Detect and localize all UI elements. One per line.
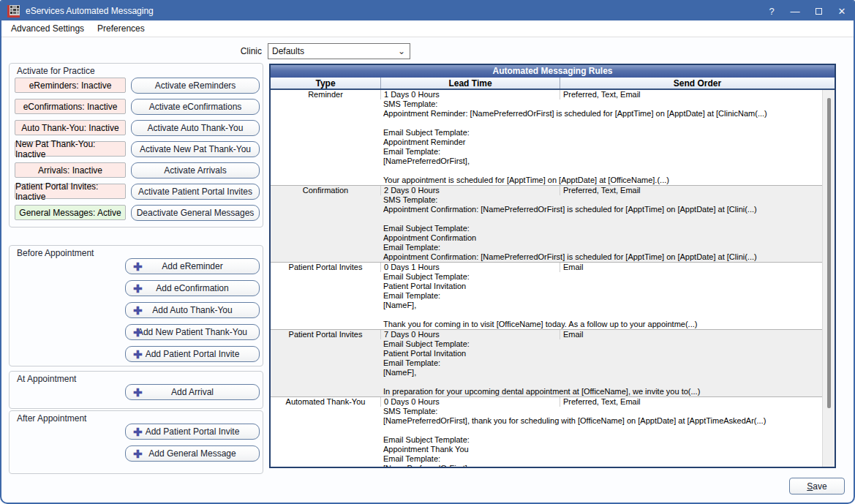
status-badge: eConfirmations: Inactive [15,99,126,114]
rule-template-line [383,426,822,435]
activate-toggle-button[interactable]: Activate eReminders [131,78,260,94]
rule-template-details: Email Subject Template:Patient Portal In… [271,272,822,329]
rule-row[interactable]: Confirmation 2 Days 0 Hours Preferred, T… [271,185,822,262]
rule-row[interactable]: Patient Portal Invites 0 Days 1 Hours Em… [271,262,822,329]
rule-template-line: Patient Portal Invitation [383,349,822,358]
activate-toggle-button[interactable]: Activate eConfirmations [131,99,260,115]
rule-type-cell: Confirmation [271,186,380,195]
rule-summary: Automated Thank-You 0 Days 0 Hours Prefe… [271,397,822,407]
rule-template-details: Email Subject Template:Patient Portal In… [271,339,822,396]
activate-toggle-button[interactable]: Activate Patient Portal Invites [131,184,260,200]
rule-template-line: Email Template: [383,147,822,157]
column-header-type: Type [271,78,380,89]
add-rule-button-label: Add eReminder [162,261,222,271]
rule-type-cell: Patient Portal Invites [271,263,380,272]
add-rule-button[interactable]: ✚ Add Auto Thank-You [125,302,260,318]
rule-template-line [383,214,822,224]
plus-icon: ✚ [133,448,143,459]
after-appointment-group: After Appointment ✚ Add Patient Portal I… [9,410,263,474]
plus-icon: ✚ [133,387,143,398]
rule-template-line: Email Template: [383,291,822,301]
clinic-label: Clinic [197,46,262,56]
add-rule-button[interactable]: ✚ Add New Patient Thank-You [125,324,260,340]
rule-template-line: In preparation for your upcoming dental … [383,387,822,396]
clinic-dropdown[interactable]: Defaults ⌄ [268,43,410,59]
rules-table-body: Reminder 1 Days 0 Hours Preferred, Text,… [271,90,822,467]
activate-row: New Pat Thank-You: Inactive Activate New… [15,141,260,157]
maximize-icon[interactable] [807,1,830,20]
status-badge: General Messages: Active [15,205,126,220]
rule-template-line: Thank you for coming in to visit [Office… [383,320,822,329]
activate-toggle-button[interactable]: Activate Arrivals [131,162,260,178]
rule-lead-time-cell: 0 Days 1 Hours [380,263,560,272]
save-button[interactable]: Save [789,478,845,494]
rule-template-line [383,166,822,176]
add-rule-button[interactable]: ✚ Add Arrival [125,384,260,400]
group-title: Activate for Practice [17,66,95,76]
group-title: Before Appointment [17,248,94,258]
add-rule-button[interactable]: ✚ Add Patient Portal Invite [125,424,260,440]
minimize-icon[interactable]: — [783,1,807,20]
group-title: After Appointment [17,413,86,424]
activate-row: eReminders: Inactive Activate eReminders [15,78,260,93]
status-badge: eReminders: Inactive [15,78,126,93]
add-rule-button[interactable]: ✚ Add General Message [125,445,260,462]
rule-template-line [383,310,822,320]
activate-row: Patient Portal Invites: Inactive Activat… [15,184,260,199]
vertical-scrollbar[interactable] [822,90,835,467]
rule-lead-time-cell: 2 Days 0 Hours [380,186,560,195]
rule-template-line: Appointment Reminder: [NamePreferredOrFi… [383,109,822,119]
add-rule-button[interactable]: ✚ Add Patient Portal Invite [125,346,260,362]
scrollbar-thumb[interactable] [827,98,831,408]
rule-template-line: Email Template: [383,454,822,464]
rule-template-line: Email Subject Template: [383,272,822,282]
rule-template-line: Appointment Confirmation: [NamePreferred… [383,205,822,214]
eservices-window: eServices Automated Messaging ? — ✕ Adva… [0,0,855,504]
activate-row: Auto Thank-You: Inactive Activate Auto T… [15,120,260,135]
save-label-rest: ave [813,481,826,492]
menu-preferences[interactable]: Preferences [97,23,145,34]
rule-row[interactable]: Automated Thank-You 0 Days 0 Hours Prefe… [271,396,822,467]
activate-for-practice-group: Activate for Practice eReminders: Inacti… [9,63,263,227]
rule-type-cell: Reminder [271,90,380,99]
rule-send-order-cell: Preferred, Text, Email [560,186,822,195]
rule-template-line [383,377,822,387]
rule-template-line: Appointment Thank You [383,445,822,454]
rule-template-line: Email Subject Template: [383,224,822,233]
chevron-down-icon: ⌄ [398,48,405,55]
app-grid-icon [7,5,20,18]
activate-row: eConfirmations: Inactive Activate eConfi… [15,99,260,114]
rule-row[interactable]: Reminder 1 Days 0 Hours Preferred, Text,… [271,90,822,185]
rule-lead-time-cell: 7 Days 0 Hours [380,330,560,339]
rule-row[interactable]: Patient Portal Invites 7 Days 0 Hours Em… [271,329,822,396]
rule-template-line: [NameF], [383,301,822,310]
rule-template-line: Email Template: [383,358,822,368]
add-rule-button-label: Add Arrival [171,387,214,397]
plus-icon: ✚ [133,283,143,294]
rule-template-line: [NameF], [383,368,822,377]
activate-toggle-button[interactable]: Activate New Pat Thank-You [131,141,260,157]
rule-send-order-cell: Preferred, Text, Email [560,90,822,99]
add-rule-button[interactable]: ✚ Add eConfirmation [125,280,260,296]
rule-summary: Patient Portal Invites 0 Days 1 Hours Em… [271,263,822,272]
menu-advanced-settings[interactable]: Advanced Settings [11,23,84,34]
status-badge: Patient Portal Invites: Inactive [15,184,126,199]
rule-template-line: [NamePreferredOrFirst], [383,464,822,467]
rule-lead-time-cell: 1 Days 0 Hours [380,90,560,99]
plus-icon: ✚ [133,305,143,316]
add-rule-button-label: Add eConfirmation [156,283,228,293]
rule-template-line: Email Subject Template: [383,128,822,138]
close-icon[interactable]: ✕ [830,1,854,20]
group-title: At Appointment [17,374,76,384]
rule-template-line: Appointment Confirmation [383,233,822,243]
before-appointment-buttons: ✚ Add eReminder ✚ Add eConfirmation ✚ Ad… [10,246,263,368]
rule-template-line [383,119,822,128]
activate-toggle-button[interactable]: Activate Auto Thank-You [131,120,260,136]
help-icon[interactable]: ? [760,1,783,20]
rule-summary: Confirmation 2 Days 0 Hours Preferred, T… [271,186,822,195]
rule-template-line: Patient Portal Invitation [383,282,822,291]
at-appointment-group: At Appointment ✚ Add Arrival [9,371,263,409]
activate-toggle-button[interactable]: Deactivate General Messages [131,205,260,221]
rule-template-details: SMS Template:Appointment Reminder: [Name… [271,99,822,185]
add-rule-button[interactable]: ✚ Add eReminder [125,258,260,274]
